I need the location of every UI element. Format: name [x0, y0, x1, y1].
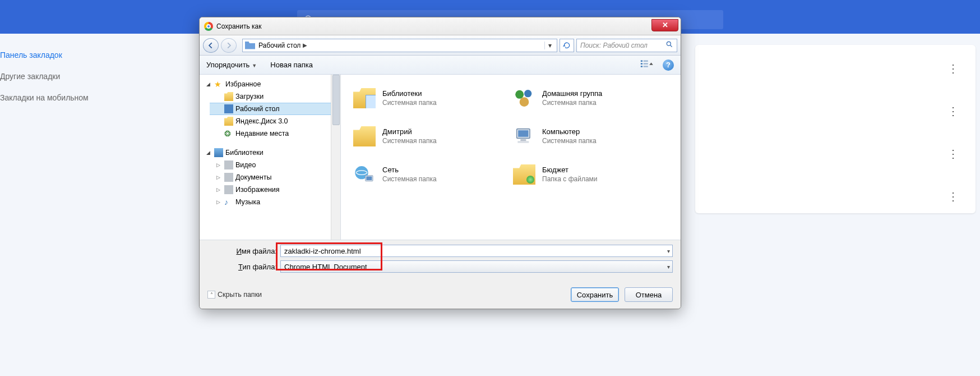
breadcrumb-text: Рабочий стол: [258, 42, 301, 49]
svg-rect-8: [641, 66, 642, 67]
bookmarks-list-panel: ⋮ ⋮ ⋮ ⋮: [695, 45, 976, 213]
documents-icon: [224, 173, 233, 182]
video-icon: [224, 161, 233, 169]
item-libraries[interactable]: БиблиотекиСистемная папка: [352, 80, 510, 116]
save-button[interactable]: Сохранить: [571, 287, 619, 302]
item-menu-icon[interactable]: ⋮: [947, 62, 959, 75]
filename-label: Имя файла:: [207, 247, 280, 255]
sidebar-item-mobile-bookmarks[interactable]: Закладки на мобильном: [0, 93, 135, 102]
arrow-right-icon: [225, 42, 233, 49]
desktop-icon: [245, 42, 255, 49]
svg-rect-6: [641, 63, 642, 64]
item-computer[interactable]: КомпьютерСистемная папка: [512, 118, 669, 154]
item-menu-icon[interactable]: ⋮: [947, 104, 959, 118]
tree-yandex-disk[interactable]: Яндекс.Диск 3.0: [210, 115, 340, 127]
svg-rect-14: [518, 130, 528, 137]
folder-search-input[interactable]: Поиск: Рабочий стол: [576, 39, 677, 52]
svg-point-10: [515, 90, 524, 99]
svg-rect-5: [644, 61, 648, 62]
save-as-dialog: Сохранить как ✕ Рабочий стол ▶ ▾ Поиск: …: [199, 17, 681, 309]
dialog-title: Сохранить как: [216, 22, 261, 30]
caret-right-icon[interactable]: ▷: [216, 199, 222, 205]
caret-right-icon[interactable]: ▷: [216, 162, 222, 168]
organize-menu[interactable]: Упорядочить▼: [206, 61, 257, 69]
svg-rect-4: [641, 61, 642, 62]
item-homegroup[interactable]: Домашняя группаСистемная папка: [512, 80, 669, 116]
folder-icon: [224, 117, 233, 126]
svg-line-3: [671, 45, 672, 47]
cancel-button[interactable]: Отмена: [625, 287, 673, 302]
filetype-select[interactable]: Chrome HTML Document ▾: [280, 260, 673, 273]
scrollbar-thumb[interactable]: [332, 75, 340, 125]
view-mode-button[interactable]: [640, 59, 655, 71]
tree-scrollbar[interactable]: [331, 75, 340, 240]
filetype-label: Тип файла:: [207, 263, 280, 271]
close-button[interactable]: ✕: [651, 19, 678, 31]
folder-contents[interactable]: БиблиотекиСистемная папка Домашняя групп…: [341, 75, 681, 240]
recent-icon: ❂: [224, 129, 233, 138]
caret-down-icon[interactable]: ◢: [206, 81, 212, 87]
location-breadcrumb[interactable]: Рабочий стол ▶ ▾: [242, 39, 557, 52]
dialog-bottom: Имя файла: zakladki-iz-chrome.html ▾ Тип…: [200, 240, 681, 309]
caret-down-icon[interactable]: ◢: [206, 150, 212, 155]
nav-back-button[interactable]: [203, 38, 219, 53]
homegroup-icon: [512, 86, 537, 111]
refresh-icon: [563, 42, 571, 49]
folder-icon: [513, 164, 535, 185]
caret-right-icon[interactable]: ▷: [216, 175, 222, 180]
images-icon: [224, 185, 233, 194]
item-user[interactable]: ДмитрийСистемная папка: [352, 118, 510, 154]
item-network[interactable]: СетьСистемная папка: [352, 157, 510, 192]
item-budget[interactable]: БюджетПапка с файлами: [512, 157, 669, 192]
user-folder-icon: [353, 126, 376, 146]
computer-icon: [512, 124, 537, 149]
star-icon: ★: [214, 80, 223, 89]
tree-downloads[interactable]: Загрузки: [210, 90, 340, 103]
dialog-titlebar[interactable]: Сохранить как ✕: [200, 17, 681, 35]
refresh-button[interactable]: [560, 39, 574, 52]
tree-libraries[interactable]: ◢ Библиотеки: [200, 146, 340, 159]
chevron-down-icon[interactable]: ▾: [667, 248, 670, 254]
svg-rect-16: [517, 141, 529, 143]
svg-point-12: [520, 97, 529, 107]
tree-music[interactable]: ▷♪Музыка: [210, 196, 340, 208]
tree-video[interactable]: ▷Видео: [210, 159, 340, 171]
nav-forward-button[interactable]: [221, 38, 237, 53]
svg-point-2: [667, 42, 671, 45]
tree-documents[interactable]: ▷Документы: [210, 171, 340, 184]
svg-rect-7: [644, 63, 648, 64]
dialog-navbar: Рабочий стол ▶ ▾ Поиск: Рабочий стол: [200, 35, 681, 56]
hide-folders-toggle[interactable]: ˄ Скрыть папки: [207, 291, 262, 299]
arrow-left-icon: [207, 42, 215, 49]
bookmarks-sidebar: Панель закладок Другие закладки Закладки…: [0, 51, 135, 102]
search-icon: [665, 40, 673, 50]
network-icon: [352, 162, 377, 187]
tree-favorites[interactable]: ◢ ★ Избранное: [200, 78, 340, 90]
folder-search-placeholder: Поиск: Рабочий стол: [580, 42, 648, 49]
tree-recent[interactable]: ❂Недавние места: [210, 127, 340, 140]
libraries-icon: [214, 148, 223, 157]
breadcrumb-dropdown[interactable]: ▾: [544, 42, 554, 49]
sidebar-item-bookmark-bar[interactable]: Панель закладок: [0, 51, 135, 59]
tree-images[interactable]: ▷Изображения: [210, 184, 340, 196]
help-button[interactable]: ?: [663, 59, 674, 71]
desktop-icon: [224, 104, 233, 113]
nav-tree[interactable]: ◢ ★ Избранное Загрузки Рабочий стол Янде…: [200, 75, 341, 240]
item-menu-icon[interactable]: ⋮: [947, 147, 959, 161]
caret-right-icon[interactable]: ▷: [216, 187, 222, 192]
svg-rect-15: [520, 139, 526, 141]
breadcrumb-arrow-icon: ▶: [303, 42, 307, 48]
libraries-icon: [353, 88, 376, 108]
filename-input[interactable]: zakladki-iz-chrome.html ▾: [280, 245, 673, 257]
dialog-toolbar: Упорядочить▼ Новая папка ?: [200, 56, 681, 75]
music-icon: ♪: [224, 198, 233, 207]
new-folder-button[interactable]: Новая папка: [270, 61, 313, 69]
item-menu-icon[interactable]: ⋮: [947, 190, 959, 203]
folder-icon: [224, 92, 233, 101]
sidebar-item-other-bookmarks[interactable]: Другие закладки: [0, 72, 135, 81]
view-icon: [640, 59, 655, 69]
svg-rect-9: [644, 66, 648, 67]
chevron-down-icon[interactable]: ▾: [667, 264, 670, 270]
chevron-up-icon: ˄: [207, 291, 215, 299]
tree-desktop[interactable]: Рабочий стол: [210, 103, 340, 115]
